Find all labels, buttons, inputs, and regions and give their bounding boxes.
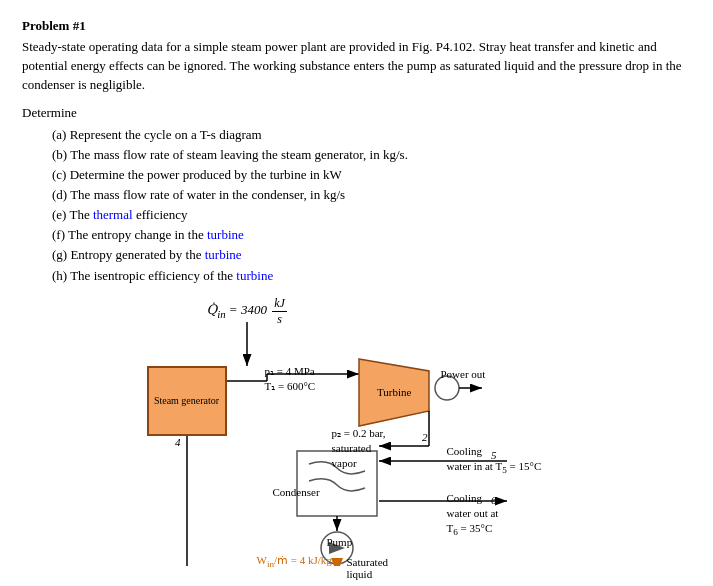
qin-denom: s [275, 312, 284, 327]
steam-generator-label: Steam generator [154, 394, 219, 407]
p2b-text: saturated [332, 441, 386, 456]
list-item-a: (a) Represent the cycle on a T-s diagram [52, 125, 691, 145]
intro-text: Steady-state operating data for a simple… [22, 38, 691, 95]
steam-generator-box: Steam generator [147, 366, 227, 436]
t1-text: T₁ = 600°C [265, 379, 316, 394]
condenser-label: Condenser [273, 486, 320, 498]
p1-text: p₁ = 4 MPa [265, 364, 316, 379]
items-list: (a) Represent the cycle on a T-s diagram… [22, 125, 691, 286]
sat-liquid-text: Saturated [347, 556, 389, 568]
p1-t1-label: p₁ = 4 MPa T₁ = 600°C [265, 364, 316, 395]
qin-value: = 3400 [229, 302, 267, 317]
svg-text:2: 2 [422, 431, 428, 443]
cooling-out-label: Coolingwater out atT6 = 35°C [447, 491, 499, 540]
diagram-inner: Q̇in = 3400 kJ s [137, 296, 577, 566]
p2-text: p₂ = 0.2 bar, [332, 426, 386, 441]
list-item-f: (f) The entropy change in the turbine [52, 225, 691, 245]
svg-text:4: 4 [175, 436, 181, 448]
liquid-text: liquid [347, 568, 389, 580]
list-item-c: (c) Determine the power produced by the … [52, 165, 691, 185]
list-item-e: (e) The thermal efficiency [52, 205, 691, 225]
turbine-text-g: turbine [205, 247, 242, 262]
cooling-in-label: Coolingwater in at T5 = 15°C [447, 444, 542, 477]
win-label: Win/ṁ = 4 kJ/kg [257, 554, 332, 569]
diagram-container: Q̇in = 3400 kJ s [22, 296, 691, 566]
qin-numer: kJ [272, 296, 287, 312]
power-out-text: Power out [441, 368, 486, 380]
qin-label: Q̇in = 3400 kJ s [207, 296, 287, 327]
pump-label: Pump [327, 536, 353, 548]
list-item-h: (h) The isentropic efficiency of the tur… [52, 266, 691, 286]
turbine-text-f: turbine [207, 227, 244, 242]
p2-label: p₂ = 0.2 bar, saturated vapor [332, 426, 386, 472]
list-item-g: (g) Entropy generated by the turbine [52, 245, 691, 265]
svg-marker-7 [359, 359, 429, 426]
power-out-label: Power out [441, 368, 486, 380]
turbine-text-h: turbine [236, 268, 273, 283]
list-item-d: (d) The mass flow rate of water in the c… [52, 185, 691, 205]
svg-text:Turbine: Turbine [377, 386, 412, 398]
p2c-text: vapor [332, 456, 386, 471]
thermal-text: thermal [93, 207, 133, 222]
determine-label: Determine [22, 105, 691, 121]
problem-title: Problem #1 [22, 18, 691, 34]
list-item-b: (b) The mass flow rate of steam leaving … [52, 145, 691, 165]
sat-liquid-label: Saturated liquid [347, 556, 389, 580]
qin-fraction: kJ s [272, 296, 287, 327]
